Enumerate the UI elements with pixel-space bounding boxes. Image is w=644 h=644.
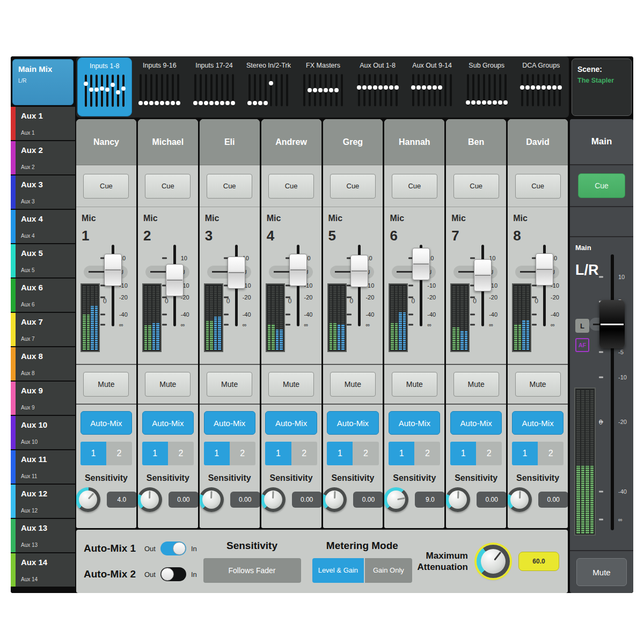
cue-button[interactable]: Cue [83,174,129,199]
automix-button[interactable]: Auto-Mix [389,411,440,435]
sidebar-item-aux[interactable]: Aux 13 Aux 13 [11,519,75,552]
sidebar-item-aux[interactable]: Aux 6 Aux 6 [11,279,75,312]
mute-button[interactable]: Mute [453,372,499,397]
sidebar-item-aux[interactable]: Aux 2 Aux 2 [11,141,75,174]
bank-tab[interactable]: Aux Out 1-8 [351,57,405,116]
left-channel-badge[interactable]: L [575,319,589,333]
sidebar-item-aux[interactable]: Aux 14 Aux 14 [11,553,75,587]
sensitivity-knob[interactable] [261,487,286,512]
cue-button[interactable]: Cue [392,174,437,199]
follows-fader-button[interactable]: Follows Fader [203,558,301,583]
automix-group-2-button[interactable]: 2 [106,442,132,465]
sensitivity-value[interactable]: 0.00 [477,492,506,508]
main-cue-button[interactable]: Cue [578,173,625,198]
automix-button[interactable]: Auto-Mix [265,411,317,435]
bank-tab[interactable]: Sub Groups [460,57,514,116]
automix-group-2-button[interactable]: 2 [476,442,502,465]
automix-button[interactable]: Auto-Mix [512,411,564,435]
mute-button[interactable]: Mute [145,372,191,397]
bank-tab[interactable]: Inputs 17-24 [187,57,241,116]
automix-group-1-button[interactable]: 1 [512,442,538,465]
main-mute-button[interactable]: Mute [576,558,627,586]
automix-button[interactable]: Auto-Mix [450,411,502,435]
sensitivity-knob[interactable] [384,487,408,512]
sidebar-item-aux[interactable]: Aux 9 Aux 9 [11,382,75,415]
cue-button[interactable]: Cue [268,174,314,199]
cue-button[interactable]: Cue [453,174,499,199]
cue-button[interactable]: Cue [515,174,561,199]
automix-group-2-button[interactable]: 2 [291,442,317,465]
sensitivity-knob[interactable] [323,487,347,512]
automix-button[interactable]: Auto-Mix [80,411,132,435]
sensitivity-value[interactable]: 0.00 [353,492,383,508]
bank-tab[interactable]: Inputs 9-16 [133,57,187,116]
fader-handle[interactable] [289,254,307,286]
mute-button[interactable]: Mute [268,372,314,397]
sidebar-item-aux[interactable]: Aux 10 Aux 10 [11,416,75,449]
sensitivity-value[interactable]: 0.00 [292,492,321,508]
automix2-toggle[interactable] [160,567,186,581]
automix-group-1-button[interactable]: 1 [142,442,168,465]
mute-button[interactable]: Mute [392,372,437,397]
fader-handle[interactable] [166,264,184,296]
sidebar-item-aux[interactable]: Aux 1 Aux 1 [11,107,75,140]
mute-button[interactable]: Mute [515,372,561,397]
bank-tab[interactable]: Inputs 1-8 [77,57,132,116]
automix-group-2-button[interactable]: 2 [353,442,378,465]
sensitivity-knob[interactable] [200,487,224,512]
mute-button[interactable]: Mute [330,372,376,397]
automix-group-1-button[interactable]: 1 [204,442,230,465]
sidebar-item-aux[interactable]: Aux 4 Aux 4 [11,210,75,243]
sensitivity-knob[interactable] [508,487,532,512]
automix1-toggle[interactable] [160,541,186,555]
bank-tab[interactable]: FX Masters [296,57,350,116]
sensitivity-value[interactable]: 0.00 [169,492,198,508]
sidebar-item-aux[interactable]: Aux 5 Aux 5 [11,244,75,277]
sensitivity-value[interactable]: 9.0 [415,492,444,508]
mute-button[interactable]: Mute [83,372,129,397]
sidebar-item-aux[interactable]: Aux 12 Aux 12 [11,485,75,518]
automix-button[interactable]: Auto-Mix [142,411,194,435]
level-gain-button[interactable]: Level & Gain [312,558,364,583]
fader-handle[interactable] [228,257,245,289]
fader-handle[interactable] [104,254,122,286]
bank-tab[interactable]: DCA Groups [515,57,568,116]
mute-button[interactable]: Mute [207,372,252,397]
automix-group-2-button[interactable]: 2 [168,442,194,465]
sensitivity-value[interactable]: 4.0 [107,492,136,508]
sidebar-item-aux[interactable]: Aux 3 Aux 3 [11,175,75,209]
sensitivity-knob[interactable] [76,487,100,512]
automix-button[interactable]: Auto-Mix [327,411,378,435]
cue-button[interactable]: Cue [145,174,191,199]
afl-badge[interactable]: AF [575,338,589,352]
sidebar-item-main-mix[interactable]: Main Mix L/R [12,59,74,105]
bank-tab[interactable]: Aux Out 9-14 [405,57,459,116]
sensitivity-value[interactable]: 0.00 [230,492,260,508]
fader-handle[interactable] [350,255,368,287]
sidebar-item-aux[interactable]: Aux 8 Aux 8 [11,347,75,380]
main-fader-handle[interactable] [599,300,625,348]
fader-handle[interactable] [536,253,553,286]
sensitivity-knob[interactable] [446,487,470,512]
cue-button[interactable]: Cue [207,174,252,199]
gain-only-button[interactable]: Gain Only [365,558,412,583]
automix-group-1-button[interactable]: 1 [80,442,106,465]
automix-group-1-button[interactable]: 1 [389,442,414,465]
fader-handle[interactable] [412,248,430,280]
fader-track[interactable] [611,254,614,530]
automix-group-2-button[interactable]: 2 [538,442,564,465]
automix-group-1-button[interactable]: 1 [450,442,476,465]
fader-handle[interactable] [474,259,492,291]
sidebar-item-aux[interactable]: Aux 7 Aux 7 [11,313,75,346]
automix-group-2-button[interactable]: 2 [230,442,255,465]
scene-box[interactable]: Scene: The Stapler [572,58,632,116]
automix-group-2-button[interactable]: 2 [414,442,440,465]
automix-button[interactable]: Auto-Mix [204,411,255,435]
automix-group-1-button[interactable]: 1 [265,442,291,465]
automix-group-1-button[interactable]: 1 [327,442,353,465]
sidebar-item-aux[interactable]: Aux 11 Aux 11 [11,450,75,484]
sensitivity-value[interactable]: 0.00 [538,492,568,508]
max-attenuation-value[interactable]: 60.0 [518,552,559,571]
bank-tab[interactable]: Stereo In/2-Trk [242,57,296,116]
cue-button[interactable]: Cue [330,174,376,199]
